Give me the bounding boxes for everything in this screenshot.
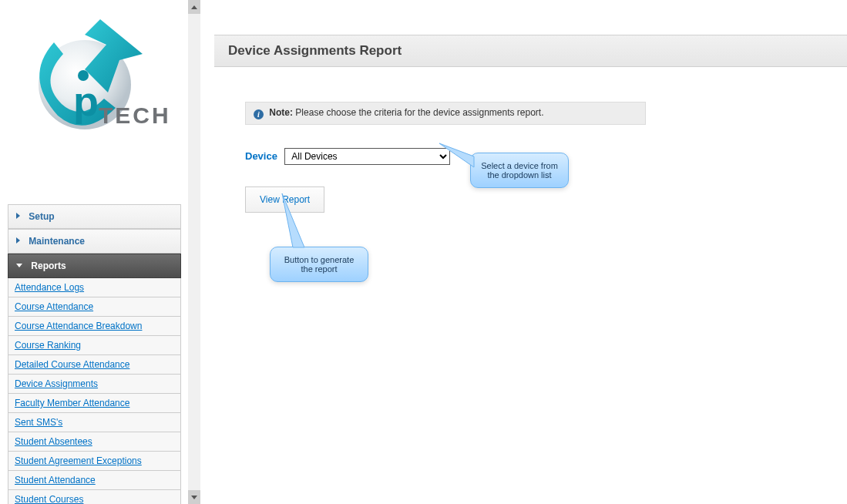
nav-link-student-agreement-exceptions[interactable]: Student Agreement Exceptions <box>15 455 142 466</box>
chevron-down-icon <box>191 496 197 499</box>
sidebar-scrollbar[interactable] <box>188 0 200 504</box>
nav-link-course-attendance-breakdown[interactable]: Course Attendance Breakdown <box>15 321 142 331</box>
nav-link-faculty-member-attendance[interactable]: Faculty Member Attendance <box>15 398 129 408</box>
svg-marker-3 <box>439 143 474 167</box>
nav-link-course-attendance[interactable]: Course Attendance <box>15 301 93 312</box>
nav-link-course-ranking[interactable]: Course Ranking <box>15 340 81 351</box>
nav-item[interactable]: Student Attendance <box>8 471 181 490</box>
nav-link-attendance-logs[interactable]: Attendance Logs <box>15 282 84 293</box>
chevron-up-icon <box>191 5 197 9</box>
note-bar: i Note: Please choose the criteria for t… <box>245 102 646 125</box>
sidebar: p TECH Setup Maintenance Reports Attenda… <box>8 0 181 504</box>
device-label: Device <box>245 150 277 162</box>
nav-link-student-attendance[interactable]: Student Attendance <box>15 475 96 486</box>
nav-item[interactable]: Student Courses <box>8 490 181 504</box>
note-label: Note: <box>269 107 293 118</box>
nav-item[interactable]: Course Attendance Breakdown <box>8 317 181 336</box>
nav-link-student-absentees[interactable]: Student Absentees <box>15 436 92 447</box>
nav-item[interactable]: Device Assignments <box>8 375 181 394</box>
callout-text: Button to generate the report <box>284 255 355 274</box>
nav-menu: Setup Maintenance Reports Attendance Log… <box>8 204 181 504</box>
svg-point-2 <box>78 70 89 81</box>
svg-marker-4 <box>282 193 304 247</box>
note-text: Please choose the criteria for the devic… <box>295 107 543 118</box>
nav-item[interactable]: Detailed Course Attendance <box>8 355 181 375</box>
nav-section-label: Reports <box>31 260 66 271</box>
scroll-down-button[interactable] <box>188 490 200 504</box>
nav-section-maintenance[interactable]: Maintenance <box>8 229 181 254</box>
nav-section-label: Maintenance <box>29 236 85 247</box>
button-row: View Report <box>245 186 847 213</box>
chevron-right-icon <box>16 213 20 219</box>
callout-button-tip: Button to generate the report <box>270 247 368 282</box>
nav-link-detailed-course-attendance[interactable]: Detailed Course Attendance <box>15 359 129 370</box>
chevron-down-icon <box>16 264 22 267</box>
nav-item[interactable]: Attendance Logs <box>8 278 181 297</box>
callout-device-tip: Select a device from the dropdown list <box>470 153 569 188</box>
page-title: Device Assignments Report <box>214 35 847 67</box>
logo: p TECH <box>8 0 181 154</box>
chevron-right-icon <box>16 237 20 244</box>
callout-tail-icon <box>439 139 478 170</box>
svg-text:p: p <box>73 78 99 124</box>
info-icon: i <box>254 109 264 119</box>
nav-item[interactable]: Sent SMS's <box>8 413 181 432</box>
reports-submenu: Attendance Logs Course Attendance Course… <box>8 278 181 504</box>
device-select[interactable]: All Devices <box>284 148 450 165</box>
nav-item[interactable]: Student Agreement Exceptions <box>8 452 181 471</box>
logo-text: TECH <box>99 102 171 128</box>
nav-section-setup[interactable]: Setup <box>8 204 181 229</box>
nav-item[interactable]: Student Absentees <box>8 432 181 452</box>
nav-item[interactable]: Course Ranking <box>8 336 181 355</box>
callout-text: Select a device from the dropdown list <box>481 161 558 180</box>
nav-section-reports[interactable]: Reports <box>8 254 181 278</box>
nav-item[interactable]: Faculty Member Attendance <box>8 394 181 413</box>
nav-link-device-assignments[interactable]: Device Assignments <box>15 378 98 389</box>
nav-section-label: Setup <box>29 211 54 222</box>
nav-link-sent-sms[interactable]: Sent SMS's <box>15 417 62 428</box>
callout-tail-icon <box>277 193 316 251</box>
nav-link-student-courses[interactable]: Student Courses <box>15 494 83 504</box>
scroll-up-button[interactable] <box>188 0 200 14</box>
nav-item[interactable]: Course Attendance <box>8 297 181 317</box>
